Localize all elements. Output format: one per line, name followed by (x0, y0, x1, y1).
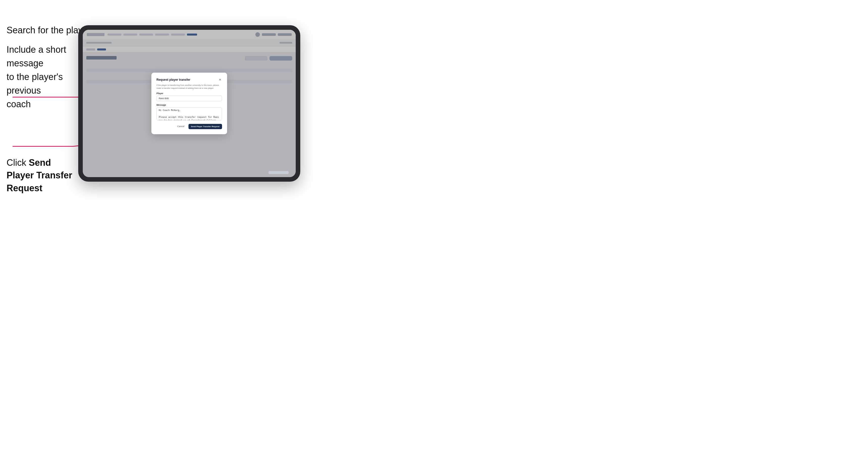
message-label: Message (156, 104, 222, 106)
annotation-message-text: Include a short messageto the player's p… (6, 44, 66, 109)
annotation-click-prefix: Click (6, 157, 29, 168)
modal-title: Request player transfer (156, 78, 190, 82)
player-label: Player (156, 92, 222, 95)
tablet-device: Request player transfer ✕ If the player … (78, 25, 300, 182)
player-input[interactable] (156, 96, 222, 101)
app-footer (83, 171, 296, 174)
modal-overlay: Request player transfer ✕ If the player … (83, 30, 296, 177)
cancel-button[interactable]: Cancel (175, 124, 186, 129)
tablet-screen: Request player transfer ✕ If the player … (83, 30, 296, 177)
message-textarea[interactable]: Hi Coach McHarg, Please accept this tran… (156, 107, 222, 120)
modal-header: Request player transfer ✕ (156, 78, 222, 82)
pagination (269, 171, 289, 174)
request-transfer-modal: Request player transfer ✕ If the player … (151, 73, 227, 134)
send-transfer-button[interactable]: Send Player Transfer Request (188, 124, 222, 129)
modal-footer: Cancel Send Player Transfer Request (156, 124, 222, 129)
annotation-click: Click Send Player Transfer Request (6, 156, 80, 194)
close-icon[interactable]: ✕ (218, 78, 222, 82)
modal-description: If the player is transferring from anoth… (156, 84, 222, 89)
annotation-message: Include a short messageto the player's p… (6, 43, 77, 111)
